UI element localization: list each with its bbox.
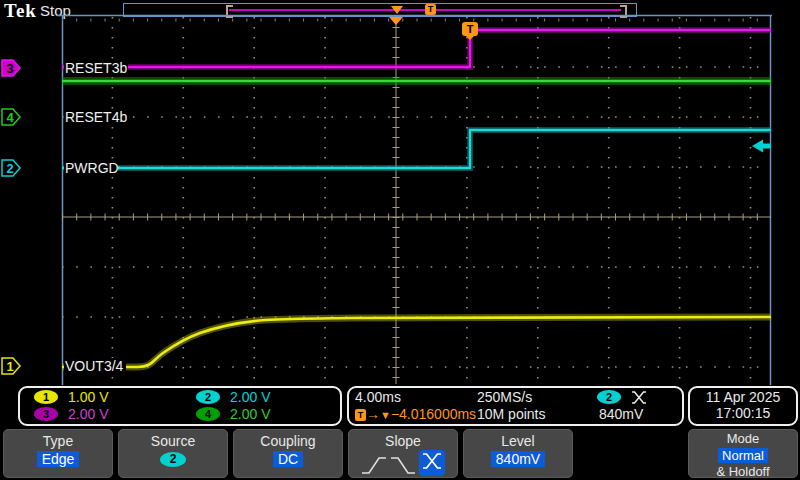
- channel-label-ch4: RESET4b: [64, 109, 128, 125]
- menu-coupling-value: DC: [273, 451, 303, 467]
- menu-level-button[interactable]: Level 840mV: [463, 429, 573, 478]
- menu-coupling-button[interactable]: Coupling DC: [233, 429, 343, 478]
- menu-mode-value: Normal: [718, 448, 768, 463]
- expansion-triangle-icon: [389, 17, 403, 25]
- menu-mode-holdoff: & Holdoff: [689, 464, 797, 479]
- menu-level-value: 840mV: [491, 451, 545, 467]
- channel-1-marker[interactable]: 1: [2, 358, 20, 374]
- time-text: 17:00:15: [690, 405, 796, 421]
- ch4-badge: 4: [196, 407, 220, 421]
- record-length: 10M points: [477, 406, 545, 422]
- channel-3-marker[interactable]: 3: [2, 60, 20, 76]
- ch3-scale: 2.00 V: [68, 406, 108, 422]
- ch1-scale: 1.00 V: [68, 389, 108, 405]
- ch2-scale: 2.00 V: [230, 389, 270, 405]
- trace-ch1-vout34: [62, 317, 771, 367]
- svg-text:RESET4b: RESET4b: [65, 109, 127, 125]
- either-slope-icon: [422, 452, 442, 470]
- ch2-badge: 2: [196, 390, 220, 404]
- svg-text:RESET3b: RESET3b: [65, 60, 127, 76]
- trigger-point-flag-icon: T: [462, 22, 478, 40]
- menu-mode-label: Mode: [689, 431, 797, 446]
- svg-text:T: T: [467, 23, 474, 35]
- channel-scale-readouts: 1 1.00 V 2 2.00 V 3 2.00 V 4 2.00 V: [18, 386, 342, 426]
- menu-level-label: Level: [464, 433, 572, 449]
- channel-4-marker[interactable]: 4: [2, 109, 20, 125]
- timebase-trigger-readouts: 4.00ms 250MS/s 2 T→▼−4.016000ms 10M poin…: [347, 386, 684, 426]
- menu-source-label: Source: [119, 433, 227, 449]
- menu-slope-label: Slope: [349, 433, 457, 449]
- graticule-grid: [62, 17, 771, 384]
- svg-text:1: 1: [6, 359, 13, 374]
- ch1-badge: 1: [34, 390, 58, 404]
- arrow-right-icon: →: [366, 406, 380, 422]
- oscilloscope-screen: { "header": { "logo": "Tek", "acq_status…: [0, 0, 800, 480]
- svg-text:2: 2: [6, 161, 13, 176]
- trace-ch3-reset3b: [62, 30, 771, 67]
- channel-label-ch2: PWRGD: [64, 160, 119, 176]
- rising-slope-icon: [361, 454, 387, 476]
- ch3-badge: 3: [34, 407, 58, 421]
- channel-2-marker[interactable]: 2: [2, 160, 20, 176]
- trace-ch2-pwrgd: [62, 130, 771, 168]
- menu-source-value-badge: 2: [160, 452, 186, 467]
- svg-text:3: 3: [6, 61, 13, 76]
- menu-trigger-source-button[interactable]: Source 2: [118, 429, 228, 478]
- svg-text:4: 4: [6, 110, 14, 125]
- either-slope-readout-icon: [631, 390, 647, 405]
- trigger-level-readout: 840mV: [599, 406, 643, 422]
- menu-coupling-label: Coupling: [234, 433, 342, 449]
- menu-type-value: Edge: [37, 451, 80, 467]
- timebase-scale: 4.00ms: [355, 389, 401, 405]
- channel-label-ch1: VOUT3/4: [64, 358, 126, 374]
- trigger-delay-value: −4.016000ms: [391, 406, 476, 422]
- falling-slope-icon: [390, 454, 416, 476]
- svg-text:PWRGD: PWRGD: [65, 160, 119, 176]
- datetime-readout: 11 Apr 2025 17:00:15: [688, 386, 798, 426]
- trigger-delay-readout: T→▼−4.016000ms: [355, 406, 476, 423]
- menu-mode-button[interactable]: Mode Normal & Holdoff: [688, 429, 798, 478]
- trigger-source-badge: 2: [597, 390, 621, 404]
- display-frame: [57, 15, 772, 385]
- triangle-down-icon: ▼: [380, 409, 391, 421]
- sample-rate: 250MS/s: [477, 389, 532, 405]
- trigger-level-arrow-icon[interactable]: [752, 140, 771, 153]
- either-slope-selected: [419, 450, 445, 476]
- ch4-scale: 2.00 V: [230, 406, 270, 422]
- date-text: 11 Apr 2025: [690, 389, 796, 405]
- menu-type-label: Type: [4, 433, 112, 449]
- channel-label-ch3: RESET3b: [64, 60, 128, 76]
- svg-text:VOUT3/4: VOUT3/4: [65, 358, 124, 374]
- trigger-t-icon: T: [355, 409, 366, 421]
- menu-slope-button[interactable]: Slope: [348, 429, 458, 478]
- menu-trigger-type-button[interactable]: Type Edge: [3, 429, 113, 478]
